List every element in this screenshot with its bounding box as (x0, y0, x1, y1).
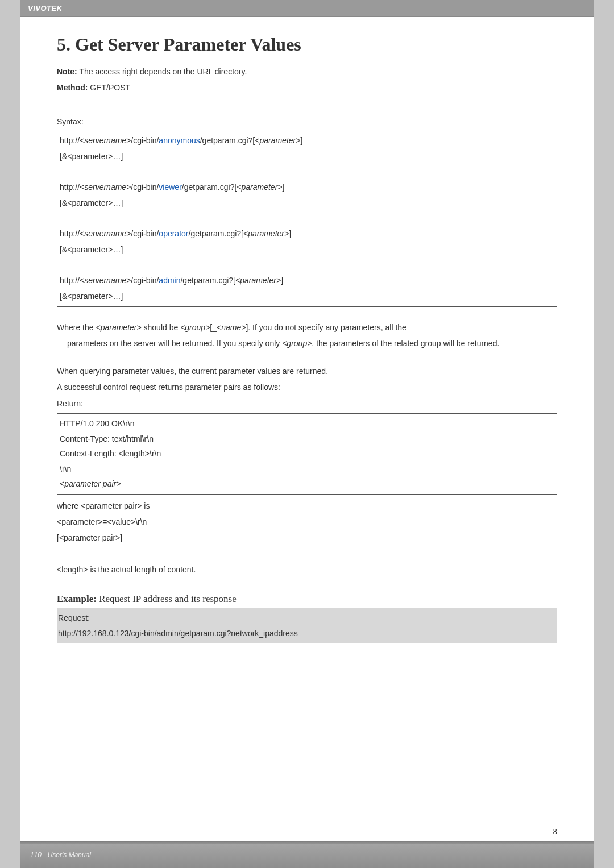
indent: parameters on the server will be returne… (57, 335, 499, 351)
page-number: 8 (553, 827, 558, 837)
t: /getparam.cgi?[ (182, 182, 237, 192)
example-l1: Request: (58, 610, 556, 626)
t: [_ (210, 323, 217, 332)
content: 5. Get Server Parameter Values Note: The… (20, 17, 594, 643)
syntax-line-8: [&<parameter>…] (60, 288, 554, 304)
parameter: <parameter> (237, 182, 282, 192)
after-l3: [<parameter pair>] (57, 530, 557, 546)
t: <parameter> (96, 323, 141, 332)
t: ] (300, 136, 302, 145)
example-label: Example: (57, 593, 97, 604)
description-3: A successful control request returns par… (57, 381, 557, 393)
syntax-line-1: http://<servername>/cgi-bin/anonymous/ge… (60, 132, 554, 148)
method-text: GET/POST (88, 83, 130, 92)
syntax-label: Syntax: (57, 117, 557, 126)
return-l4: \r\n (60, 462, 554, 477)
return-l1: HTTP/1.0 200 OK\r\n (60, 416, 554, 431)
t: , the parameters of the related group wi… (312, 339, 499, 348)
role-operator: operator (159, 229, 188, 238)
description-1: Where the <parameter> should be <group>[… (57, 319, 557, 351)
return-label: Return: (57, 397, 557, 410)
note-line: Note: The access right depends on the UR… (57, 65, 557, 78)
after-l1: where <parameter pair> is (57, 498, 557, 514)
servername: <servername> (80, 276, 131, 285)
method-line: Method: GET/POST (57, 81, 557, 94)
t: http:// (60, 182, 80, 192)
syntax-line-5: http://<servername>/cgi-bin/operator/get… (60, 226, 554, 242)
example-heading: Example: Request IP address and its resp… (57, 593, 557, 605)
page: VIVOTEK 5. Get Server Parameter Values N… (20, 0, 594, 868)
note-label: Note: (57, 67, 77, 76)
t: http:// (60, 136, 80, 145)
footer: 110 - User's Manual (20, 841, 594, 868)
t: should be (142, 323, 181, 332)
t: ]. If you do not specify any parameters,… (246, 323, 406, 332)
role-viewer: viewer (159, 182, 181, 192)
brand-text: VIVOTEK (28, 4, 63, 13)
syntax-line-6: [&<parameter>…] (60, 242, 554, 258)
t: http:// (60, 276, 80, 285)
servername: <servername> (80, 229, 131, 238)
return-box: HTTP/1.0 200 OK\r\n Content-Type: text/h… (57, 413, 557, 495)
t: /getparam.cgi?[ (200, 136, 255, 145)
syntax-box: http://<servername>/cgi-bin/anonymous/ge… (57, 130, 557, 307)
description-2: When querying parameter values, the curr… (57, 365, 557, 377)
example-text: Request IP address and its response (97, 593, 237, 604)
t: <name> (217, 323, 246, 332)
after-box: where <parameter pair> is <parameter>=<v… (57, 498, 557, 578)
gap (60, 211, 554, 226)
t: ] (281, 276, 283, 285)
parameter: <parameter> (255, 136, 300, 145)
note-text: The access right depends on the URL dire… (77, 67, 247, 76)
t: <group> (282, 339, 312, 348)
footer-text: 110 - User's Manual (20, 844, 594, 866)
parameter: <parameter> (235, 276, 281, 285)
t: Where the (57, 323, 96, 332)
return-l3: Context-Length: <length>\r\n (60, 446, 554, 462)
gap (60, 164, 554, 179)
role-anonymous: anonymous (159, 136, 200, 145)
servername: <servername> (80, 182, 131, 192)
section-title: 5. Get Server Parameter Values (57, 34, 557, 55)
header-bar: VIVOTEK (20, 0, 594, 16)
after-l2: <parameter>=<value>\r\n (57, 514, 557, 530)
t: /cgi-bin/ (131, 182, 159, 192)
t: ] (282, 182, 284, 192)
syntax-line-2: [&<parameter>…] (60, 148, 554, 164)
t: <group> (180, 323, 210, 332)
gap (60, 258, 554, 272)
example-l2: http://192.168.0.123/cgi-bin/admin/getpa… (58, 626, 556, 641)
syntax-line-7: http://<servername>/cgi-bin/admin/getpar… (60, 272, 554, 288)
syntax-line-3: http://<servername>/cgi-bin/viewer/getpa… (60, 179, 554, 195)
t: /cgi-bin/ (131, 276, 159, 285)
t: /cgi-bin/ (131, 229, 159, 238)
method-label: Method: (57, 83, 88, 92)
servername: <servername> (80, 136, 131, 145)
t: ] (289, 229, 291, 238)
role-admin: admin (159, 276, 180, 285)
t: http:// (60, 229, 80, 238)
t: parameters on the server will be returne… (67, 339, 282, 348)
parameter: <parameter> (243, 229, 289, 238)
t: /getparam.cgi?[ (189, 229, 244, 238)
example-box: Request: http://192.168.0.123/cgi-bin/ad… (57, 608, 557, 643)
syntax-line-4: [&<parameter>…] (60, 195, 554, 211)
return-l5: <parameter pair> (60, 476, 554, 492)
t: /cgi-bin/ (131, 136, 159, 145)
after-l4: <length> is the actual length of content… (57, 562, 557, 578)
t: /getparam.cgi?[ (180, 276, 235, 285)
return-l2: Content-Type: text/html\r\n (60, 431, 554, 447)
